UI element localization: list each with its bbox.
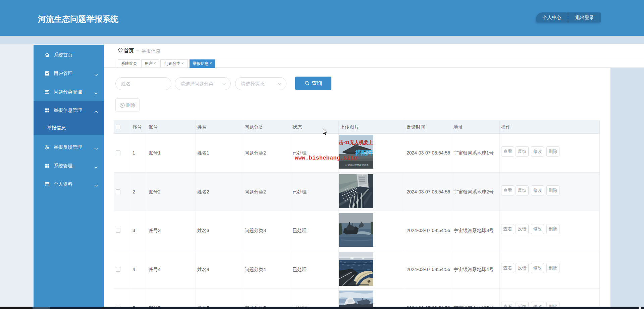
svg-text:击-11无人机要上: 击-11无人机要上 (339, 139, 373, 145)
svg-text:搭配歼: 搭配歼 (355, 149, 373, 156)
svg-text:可望掀起攻防模式革命: 可望掀起攻防模式革命 (345, 164, 369, 167)
